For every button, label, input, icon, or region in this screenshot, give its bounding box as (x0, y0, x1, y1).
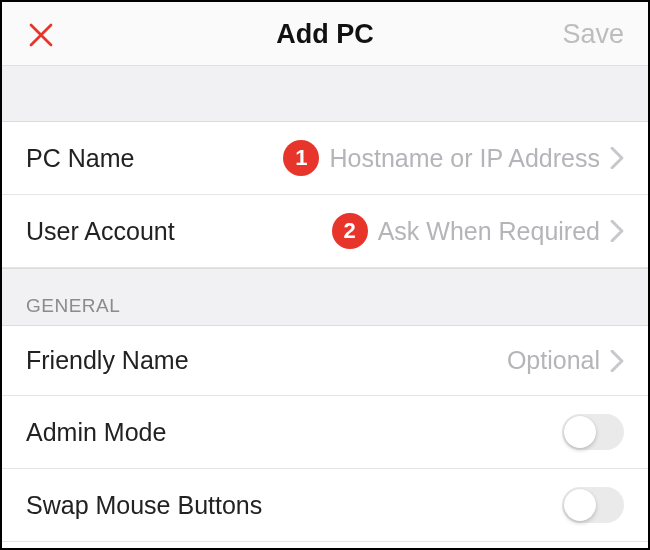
chevron-right-icon (610, 220, 624, 242)
toggle-knob (564, 416, 596, 448)
user-account-label: User Account (26, 217, 175, 246)
page-title: Add PC (276, 19, 374, 50)
friendly-name-label: Friendly Name (26, 346, 189, 375)
row-user-account[interactable]: User Account 2 Ask When Required (2, 195, 648, 268)
friendly-name-value: Optional (507, 346, 600, 375)
section-spacer (2, 66, 648, 122)
admin-mode-label: Admin Mode (26, 418, 166, 447)
admin-mode-toggle[interactable] (562, 414, 624, 450)
row-friendly-name[interactable]: Friendly Name Optional (2, 326, 648, 396)
swap-mouse-toggle[interactable] (562, 487, 624, 523)
row-swap-mouse: Swap Mouse Buttons (2, 469, 648, 542)
section-title-general: GENERAL (26, 295, 120, 317)
save-button[interactable]: Save (562, 19, 624, 50)
chevron-right-icon (610, 147, 624, 169)
close-icon[interactable] (26, 20, 56, 50)
pc-name-label: PC Name (26, 144, 134, 173)
user-account-value: Ask When Required (378, 217, 600, 246)
annotation-badge-2: 2 (332, 213, 368, 249)
header-bar: Add PC Save (2, 2, 648, 66)
chevron-right-icon (610, 350, 624, 372)
row-admin-mode: Admin Mode (2, 396, 648, 469)
section-header-general: GENERAL (2, 268, 648, 326)
toggle-knob (564, 489, 596, 521)
pc-name-value: Hostname or IP Address (329, 144, 600, 173)
annotation-badge-1: 1 (283, 140, 319, 176)
row-pc-name[interactable]: PC Name 1 Hostname or IP Address (2, 122, 648, 195)
swap-mouse-label: Swap Mouse Buttons (26, 491, 262, 520)
